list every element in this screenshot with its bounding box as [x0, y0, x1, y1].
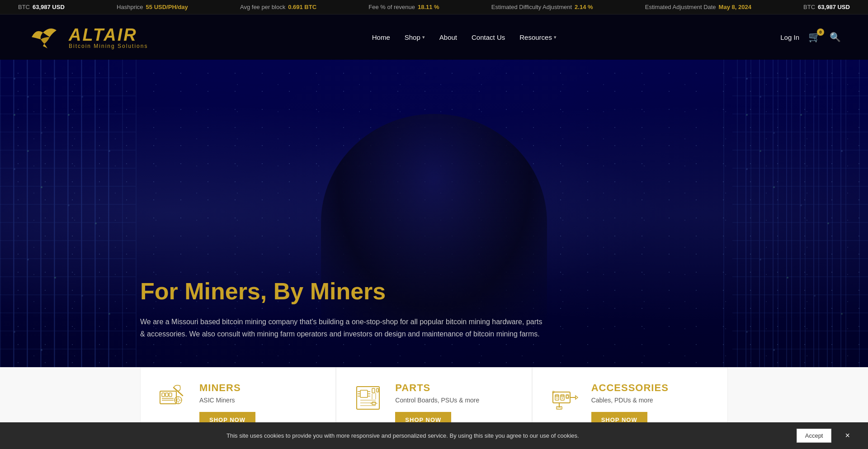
svg-point-29: [54, 78, 56, 80]
ticker-avg-fee-value: 0.691 BTC: [288, 4, 316, 10]
accessories-icon: [548, 382, 580, 414]
svg-rect-114: [372, 402, 376, 405]
svg-point-73: [800, 114, 802, 116]
navbar: ALTAIR Bitcoin Mining Solutions Home Sho…: [0, 14, 868, 60]
svg-point-33: [14, 168, 15, 170]
svg-point-68: [760, 96, 761, 98]
resources-chevron-icon: ▾: [554, 34, 557, 40]
cart-button[interactable]: 🛒 0: [808, 31, 821, 43]
svg-point-123: [561, 396, 562, 397]
svg-point-74: [814, 96, 816, 98]
nav-about[interactable]: About: [439, 33, 457, 41]
svg-point-133: [552, 391, 555, 393]
svg-rect-88: [165, 393, 168, 397]
nav-links: Home Shop ▾ About Contact Us Resources ▾: [372, 33, 557, 41]
cookie-banner: This site uses cookies to provide you wi…: [0, 422, 868, 442]
svg-rect-108: [377, 388, 378, 392]
parts-card-desc: Control Boards, PSUs & more: [395, 397, 518, 404]
svg-point-94: [177, 399, 179, 402]
parts-card-text: PARTS Control Boards, PSUs & more SHOP N…: [395, 382, 518, 428]
cart-badge: 0: [817, 28, 824, 36]
nav-resources[interactable]: Resources ▾: [519, 33, 557, 41]
ticker-hashprice: Hashprice 55 USD/PH/day: [117, 4, 188, 10]
nav-contact[interactable]: Contact Us: [472, 33, 505, 41]
svg-point-120: [557, 396, 558, 397]
parts-icon: [352, 382, 384, 414]
svg-point-34: [41, 186, 42, 188]
ticker-hashprice-label: Hashprice: [117, 4, 143, 10]
logo-bird-icon: [27, 24, 63, 51]
ticker-btc-value-2: 63,987 USD: [818, 4, 850, 10]
miners-card-desc: ASIC Miners: [199, 397, 322, 404]
miners-card-inner: MINERS ASIC Miners SHOP NOW: [154, 382, 322, 428]
ticker-btc-label-1: BTC: [18, 4, 30, 10]
svg-rect-87: [162, 393, 165, 397]
login-button[interactable]: Log In: [780, 33, 799, 41]
svg-point-69: [746, 114, 748, 116]
hero-content: For Miners, By Miners We are a Missouri …: [0, 279, 868, 340]
hero-section: For Miners, By Miners We are a Missouri …: [0, 60, 868, 367]
svg-point-28: [27, 150, 29, 152]
svg-point-127: [566, 396, 568, 398]
ticker-difficulty-value: 2.14 %: [575, 4, 593, 10]
hero-description: We are a Missouri based bitcoin mining c…: [140, 316, 547, 340]
svg-point-79: [827, 222, 829, 224]
svg-rect-107: [372, 388, 375, 393]
svg-point-119: [555, 396, 557, 397]
accessories-card-desc: Cables, PDUs & more: [591, 397, 714, 404]
logo[interactable]: ALTAIR Bitcoin Mining Solutions: [27, 24, 148, 51]
parts-card-inner: PARTS Control Boards, PSUs & more SHOP N…: [350, 382, 518, 428]
svg-point-81: [787, 277, 788, 279]
logo-text: ALTAIR Bitcoin Mining Solutions: [69, 25, 148, 49]
ticker-btc-label-2: BTC: [803, 4, 815, 10]
miners-card-title: MINERS: [199, 382, 322, 394]
nav-shop[interactable]: Shop ▾: [405, 33, 425, 41]
cookie-accept-button[interactable]: Accept: [797, 429, 832, 442]
svg-point-78: [800, 204, 802, 206]
ticker-fee-pct-label: Fee % of revenue: [368, 4, 415, 10]
svg-point-30: [68, 114, 70, 116]
svg-point-76: [746, 168, 748, 170]
accessories-card-text: ACCESSORIES Cables, PDUs & more SHOP NOW: [591, 382, 714, 428]
accessories-card-title: ACCESSORIES: [591, 382, 714, 394]
svg-point-80: [760, 259, 761, 260]
svg-point-24: [14, 78, 15, 80]
ticker-difficulty-label: Estimated Difficulty Adjustment: [491, 4, 572, 10]
svg-rect-100: [360, 390, 368, 397]
svg-point-26: [14, 114, 15, 116]
ticker-avg-fee: Avg fee per block 0.691 BTC: [240, 4, 316, 10]
accessories-card-inner: ACCESSORIES Cables, PDUs & more SHOP NOW: [546, 382, 714, 428]
accessories-icon-area: [546, 382, 582, 414]
miners-icon-area: [154, 382, 190, 414]
svg-point-25: [27, 96, 29, 98]
ticker-difficulty: Estimated Difficulty Adjustment 2.14 %: [491, 4, 593, 10]
ticker-fee-pct: Fee % of revenue 18.11 %: [368, 4, 439, 10]
logo-subtitle: Bitcoin Mining Solutions: [69, 43, 148, 49]
svg-point-70: [773, 132, 775, 134]
hero-title: For Miners, By Miners: [140, 279, 728, 304]
svg-point-31: [81, 96, 83, 98]
svg-point-35: [68, 204, 70, 206]
ticker-adj-date-label: Estimated Adjustment Date: [645, 4, 716, 10]
ticker-avg-fee-label: Avg fee per block: [240, 4, 285, 10]
ticker-adj-date: Estimated Adjustment Date May 8, 2024: [645, 4, 751, 10]
nav-home[interactable]: Home: [372, 33, 390, 41]
search-button[interactable]: 🔍: [830, 32, 841, 43]
ticker-hashprice-value: 55 USD/PH/day: [146, 4, 188, 10]
ticker-fee-pct-value: 18.11 %: [418, 4, 439, 10]
svg-point-75: [841, 150, 843, 152]
parts-icon-area: [350, 382, 386, 414]
ticker-btc-value-1: 63,987 USD: [33, 4, 65, 10]
logo-title: ALTAIR: [69, 25, 148, 45]
cookie-text: This site uses cookies to provide you wi…: [18, 432, 788, 439]
svg-point-85: [773, 349, 775, 351]
cookie-close-button[interactable]: ×: [845, 431, 850, 440]
svg-point-77: [773, 186, 775, 188]
svg-point-72: [787, 78, 788, 80]
parts-card-title: PARTS: [395, 382, 518, 394]
miners-card-text: MINERS ASIC Miners SHOP NOW: [199, 382, 322, 428]
nav-actions: Log In 🛒 0 🔍: [780, 31, 841, 43]
ticker-bar: BTC 63,987 USD Hashprice 55 USD/PH/day A…: [0, 0, 868, 14]
svg-point-37: [27, 259, 29, 260]
ticker-btc-1: BTC 63,987 USD: [18, 4, 65, 10]
